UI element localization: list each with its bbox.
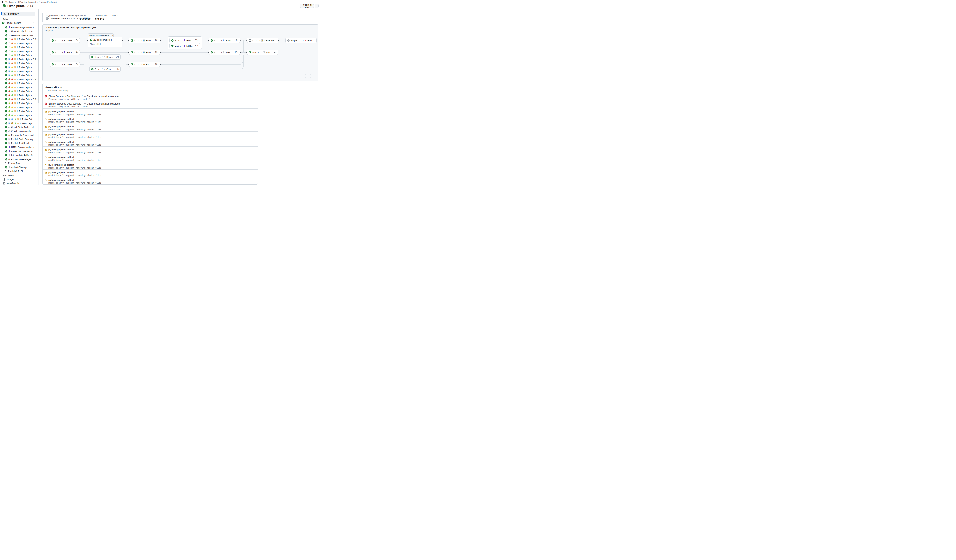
sidebar-group-simplepackage[interactable]: SimplePackage [2,21,36,25]
workflow-node-generate-pipelin[interactable]: S... / ... / Generate pipelin...0s [50,38,80,43]
annotation-title[interactable]: pyTooling/upload-artifact [49,164,74,166]
trigger-label: Triggered via push 13 minutes ago [46,14,79,17]
sidebar-job-item[interactable]: Generate pipeline parameters [5,30,36,33]
sidebar-job-item[interactable]: LaTeX Documentation using ... [5,149,36,153]
annotation-title[interactable]: pyTooling/upload-artifact [49,179,74,181]
kebab-menu-button[interactable] [315,4,319,8]
workflow-node-check-static-ty[interactable]: S... / ... / Check Static Ty...17s [90,54,121,60]
workflow-node-generate-pipelin[interactable]: S... / ... / Generate pipelin...0s [50,62,80,67]
sidebar-job-item[interactable]: Unit Tests - Python 3.10 [5,42,36,45]
check-circle-icon [5,54,7,56]
breadcrumb[interactable]: Verification of Pipeline Templates (Simp… [2,1,57,3]
sidebar-job-item[interactable]: Unit Tests - Python 3.10 [5,82,36,85]
sidebar-job-item[interactable]: Unit Tests - Python 3.13 [5,74,36,77]
annotation-title[interactable]: SimplePackage / DocCoverage /Check docum… [49,102,120,105]
workflow-node-check-docume[interactable]: S... / ... / Check docume...18s [90,66,121,72]
annotation-title[interactable]: pyTooling/upload-artifact [49,125,74,128]
workflow-node-publish-test-re[interactable]: S... / ... / Publish Test Re...13s [129,50,160,55]
breadcrumb-label[interactable]: Verification of Pipeline Templates (Simp… [5,1,57,3]
sidebar-job-item[interactable]: Unit Tests - Python 3.11 [5,45,36,49]
sidebar-job-item[interactable]: Unit Tests - Python 3.12 [5,110,36,113]
sidebar-job-item[interactable]: Unit Tests - Python 3.11 [5,105,36,109]
sidebar-job-item[interactable]: Unit Tests - Python 3.9 [5,97,36,101]
annotation-title[interactable]: pyTooling/upload-artifact [49,156,74,158]
sidebar-job-item[interactable]: Unit Tests - Python 3.13 [5,53,36,57]
sidebar-job-item[interactable]: Generate pipeline parameters [5,33,36,37]
workflow-node-publish-to-pypi[interactable]: Simple... / ... / Publish to PyPI [285,38,317,43]
back-arrow-icon[interactable] [2,1,4,3]
annotation-message: macOS doesn't support removing hidden fi… [49,174,103,177]
sidebar-job-item[interactable]: Unit Tests - Python 3.11 [5,66,36,69]
sidebar-job-item[interactable]: Unit Tests - Python 3.9 [5,77,36,81]
workflow-node-extract-configur[interactable]: S... / ... / Extract configur...4s [50,50,80,55]
check-circle-icon [5,50,7,53]
fullscreen-button[interactable] [305,74,309,78]
workflow-node-html-docume[interactable]: S... / ... / HTML Docume...55s [170,38,200,43]
sidebar-job-item[interactable]: Publish to GH-Pages [5,157,36,161]
job-label: Unit Tests - Python 3.11 [14,86,36,89]
annotation-title[interactable]: SimplePackage / DocCoverage /Check docum… [49,95,120,97]
sidebar-job-item[interactable]: Package in Source and Wheel... [5,133,36,137]
annotation-title[interactable]: pyTooling/upload-artifact [49,171,74,174]
run-detail-label: Usage [7,178,14,180]
sidebar-job-item[interactable]: ReleasePage [5,162,36,165]
matrix-node[interactable]: 22 jobs completed Show all jobs [88,37,122,47]
penguin-icon [8,46,11,49]
sidebar-job-item[interactable]: PublishOnPyPI [5,169,36,173]
workflow-node-publish-code-c[interactable]: S... / ... / Publish Code C...20s [129,38,160,43]
annotation-message: macOS doesn't support removing hidden fi… [49,121,103,123]
annotation-title[interactable]: pyTooling/upload-artifact [49,110,74,113]
annotation-title[interactable]: pyTooling/upload-artifact [49,148,74,151]
workflow-node-create-release-pa[interactable]: S... / ... / Create 'Release Pa... [247,38,278,43]
zoom-in-button[interactable] [314,74,318,78]
sidebar-job-item[interactable]: Unit Tests - Python 3.10 [5,102,36,105]
annotations-title: Annotations [45,86,62,89]
sidebar-job-item[interactable]: Unit Tests - Python 3.13 [5,113,36,117]
sidebar-job-item[interactable]: Unit Tests - Python 3.12 [5,121,36,125]
sidebar-job-item[interactable]: Unit Tests - Python 3.12 [5,69,36,73]
chevron-up-icon[interactable] [33,22,35,24]
sidebar-job-item[interactable]: Check documentation covera... [5,129,36,133]
sidebar-job-item[interactable]: Unit Tests - Python 3.13 [5,94,36,97]
actor-name[interactable]: Paebbels [50,17,60,20]
rerun-all-jobs-button[interactable]: Re-run all jobs [300,4,314,8]
sidebar-job-item[interactable]: Artifact Cleanup [5,165,36,169]
dot-green-icon [14,122,17,124]
sidebar-item-usage[interactable]: Usage [3,178,36,181]
sidebar-item-workflow-file[interactable]: Workflow file [3,182,36,185]
sidebar-job-item[interactable]: Intermediate Artifact Cleanup [5,154,36,157]
sidebar-job-item[interactable]: Unit Tests - Python 3.11 [5,85,36,89]
annotation-title[interactable]: pyTooling/upload-artifact [49,133,74,136]
sidebar-job-item[interactable]: Unit Tests - Python 3.9 [5,58,36,61]
sidebar-job-item[interactable]: Publish Test Results [5,141,36,145]
avatar[interactable] [46,17,49,20]
sidebar-job-item[interactable]: Unit Tests - Python 3.9 [5,38,36,41]
workflow-node-publish-to-gh-p[interactable]: S... / ... / Publish to GH-P...7s [209,38,240,43]
check-circle-icon [90,38,93,41]
plus-icon [315,75,317,77]
annotation-title[interactable]: pyTooling/upload-artifact [49,141,74,143]
check-circle-icon [5,70,7,73]
workflow-node-latex-docume[interactable]: S... / ... / LaTeX Docume...51s [170,43,200,48]
sidebar-job-item[interactable]: Unit Tests - Python 3.12 [5,50,36,53]
kebab-icon [316,5,318,7]
zoom-out-button[interactable] [310,74,314,78]
sidebar-job-item[interactable]: Unit Tests - Python 3.12 [5,118,36,121]
sidebar-job-item[interactable]: Publish Code Coverage Results [5,138,36,141]
workflow-node-package-in-sou[interactable]: S... / ... / Package in Sou...18s [129,62,160,67]
show-all-jobs-link[interactable]: Show all jobs [90,43,102,45]
artifacts-value: – [111,17,112,20]
annotation-title[interactable]: pyTooling/upload-artifact [49,118,74,120]
sidebar-job-item[interactable]: Check Static Typing using Pyt... [5,125,36,129]
check-circle-icon [52,63,54,66]
sidebar-scrollbar-thumb[interactable] [38,9,39,103]
sidebar-item-summary[interactable]: Summary [2,12,35,16]
sidebar-job-item[interactable]: Extract configurations from p... [5,25,36,29]
workflow-node-artifact-cleanup[interactable]: Sim... / ... / Artifact Cleanup4s [247,50,278,55]
sidebar-job-item[interactable]: Unit Tests - Python 3.12 [5,89,36,93]
workflow-node-intermediate-a[interactable]: S... / ... / Intermediate A...16s [209,50,240,55]
sidebar-job-item[interactable]: Unit Tests - Python 3.10 [5,61,36,65]
sidebar-job-item[interactable]: HTML Documentation using ... [5,146,36,149]
barchart-icon [8,142,11,144]
job-label: HTML Documentation using ... [11,146,36,149]
